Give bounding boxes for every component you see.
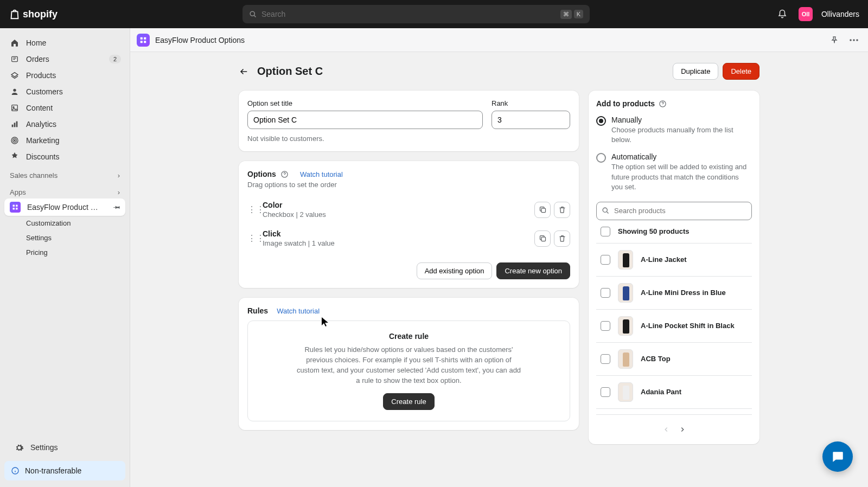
product-name: A-Line Jacket	[641, 255, 687, 264]
analytics-icon	[10, 119, 20, 129]
app-header: EasyFlow Product Options	[130, 28, 868, 52]
watch-tutorial-link[interactable]: Watch tutorial	[300, 170, 343, 178]
svg-rect-19	[144, 41, 146, 43]
gear-icon	[14, 443, 24, 452]
product-thumbnail	[618, 283, 633, 303]
drag-handle-icon[interactable]: ⋮⋮	[247, 204, 256, 215]
rank-input[interactable]	[492, 111, 570, 129]
help-icon[interactable]	[658, 99, 667, 108]
rule-box-desc: Rules let you hide/show options or value…	[295, 345, 523, 386]
product-checkbox[interactable]	[601, 321, 610, 331]
orders-icon	[10, 54, 20, 64]
delete-button[interactable]: Delete	[723, 63, 760, 80]
sidebar: Home Orders 2 Products Customers Content…	[0, 28, 130, 487]
nav-app-customization[interactable]: Customization	[4, 216, 125, 230]
option-row[interactable]: ⋮⋮ Color Checkbox | 2 values	[247, 195, 570, 224]
create-new-option-button[interactable]: Create new option	[496, 262, 570, 279]
watch-tutorial-link[interactable]: Watch tutorial	[277, 307, 320, 315]
product-checkbox[interactable]	[601, 354, 610, 364]
nav-label: Orders	[26, 55, 49, 63]
title-input[interactable]	[247, 111, 483, 129]
shopify-bag-icon	[9, 8, 21, 20]
copy-icon	[539, 206, 547, 214]
product-row[interactable]: A-Line Pocket Shift in Black	[596, 310, 752, 343]
svg-rect-12	[16, 205, 18, 207]
select-all-checkbox[interactable]	[601, 227, 610, 236]
nav-app-easyflow[interactable]: EasyFlow Product Op…	[4, 198, 125, 216]
trash-icon	[558, 206, 566, 214]
search-shortcut: ⌘ K	[560, 10, 583, 19]
nav-app-pricing[interactable]: Pricing	[4, 245, 125, 260]
add-existing-option-button[interactable]: Add existing option	[417, 262, 493, 279]
option-row[interactable]: ⋮⋮ Click Image swatch | 1 value	[247, 224, 570, 253]
svg-rect-7	[16, 121, 18, 127]
title-hint: Not visible to customers.	[247, 134, 570, 143]
nav-app-settings[interactable]: Settings	[4, 230, 125, 245]
nav-content[interactable]: Content	[4, 100, 125, 116]
nav-label: Products	[26, 71, 56, 80]
option-meta: Image swatch | 1 value	[263, 239, 528, 247]
create-rule-button[interactable]: Create rule	[383, 393, 434, 410]
radio-input[interactable]	[596, 116, 606, 126]
radio-label: Automatically	[611, 152, 752, 161]
nav-customers[interactable]: Customers	[4, 84, 125, 100]
svg-point-4	[13, 107, 14, 108]
rules-card: Rules Watch tutorial Create rule Rules l…	[239, 298, 579, 430]
notifications-button[interactable]	[775, 7, 790, 22]
nav-home[interactable]: Home	[4, 35, 125, 51]
next-page-button[interactable]	[674, 421, 691, 438]
back-button[interactable]	[239, 66, 250, 77]
nav-apps[interactable]: Apps ›	[0, 182, 130, 198]
chat-fab[interactable]	[822, 441, 853, 472]
pin-app-button[interactable]	[827, 33, 842, 48]
radio-manual[interactable]: Manually Choose products manually from t…	[596, 113, 752, 150]
prev-page-button[interactable]	[658, 421, 674, 438]
delete-option-button[interactable]	[554, 202, 570, 218]
product-checkbox[interactable]	[601, 387, 610, 397]
svg-rect-5	[12, 125, 14, 127]
product-row[interactable]: A-Line Mini Dress in Blue	[596, 277, 752, 310]
svg-point-21	[853, 39, 855, 41]
duplicate-option-button[interactable]	[534, 202, 551, 218]
svg-rect-25	[541, 237, 546, 241]
nav-products[interactable]: Products	[4, 67, 125, 84]
product-checkbox[interactable]	[601, 255, 610, 265]
duplicate-option-button[interactable]	[534, 230, 551, 247]
nav-discounts[interactable]: Discounts	[4, 149, 125, 165]
svg-point-2	[13, 89, 16, 92]
nav-analytics[interactable]: Analytics	[4, 116, 125, 132]
search-input[interactable]	[261, 10, 556, 18]
product-row[interactable]: A-Line Jacket	[596, 244, 752, 277]
product-row[interactable]: ACB Top	[596, 343, 752, 376]
product-search[interactable]	[596, 202, 752, 220]
duplicate-button[interactable]: Duplicate	[673, 63, 718, 80]
more-actions-button[interactable]	[846, 33, 861, 48]
svg-rect-13	[13, 208, 15, 210]
nav-sales-channels[interactable]: Sales channels ›	[0, 165, 130, 182]
user-avatar[interactable]: Oll	[799, 7, 813, 21]
brand-logo[interactable]: shopify	[9, 8, 58, 20]
radio-desc: Choose products manually from the list b…	[611, 125, 752, 145]
customers-icon	[10, 87, 20, 97]
product-thumbnail	[618, 316, 633, 336]
username[interactable]: Ollivanders	[821, 10, 859, 18]
options-title: Options	[247, 170, 276, 178]
global-search[interactable]: ⌘ K	[242, 5, 590, 23]
page-title: Option Set C	[257, 65, 323, 78]
rule-box-title: Create rule	[261, 332, 557, 341]
nav-orders[interactable]: Orders 2	[4, 51, 125, 67]
help-icon[interactable]	[280, 170, 289, 178]
pin-icon[interactable]	[113, 203, 121, 211]
drag-handle-icon[interactable]: ⋮⋮	[247, 233, 256, 244]
nav-settings[interactable]: Settings	[9, 439, 121, 456]
product-name: A-Line Pocket Shift in Black	[641, 322, 735, 330]
nav-label: Customers	[26, 87, 63, 96]
radio-auto[interactable]: Automatically The option set will be add…	[596, 150, 752, 197]
nav-marketing[interactable]: Marketing	[4, 132, 125, 149]
product-search-input[interactable]	[596, 202, 752, 220]
product-row[interactable]: Adania Pant	[596, 376, 752, 409]
delete-option-button[interactable]	[554, 230, 570, 247]
product-checkbox[interactable]	[601, 288, 610, 298]
orders-badge: 2	[109, 55, 121, 63]
radio-input[interactable]	[596, 153, 606, 163]
